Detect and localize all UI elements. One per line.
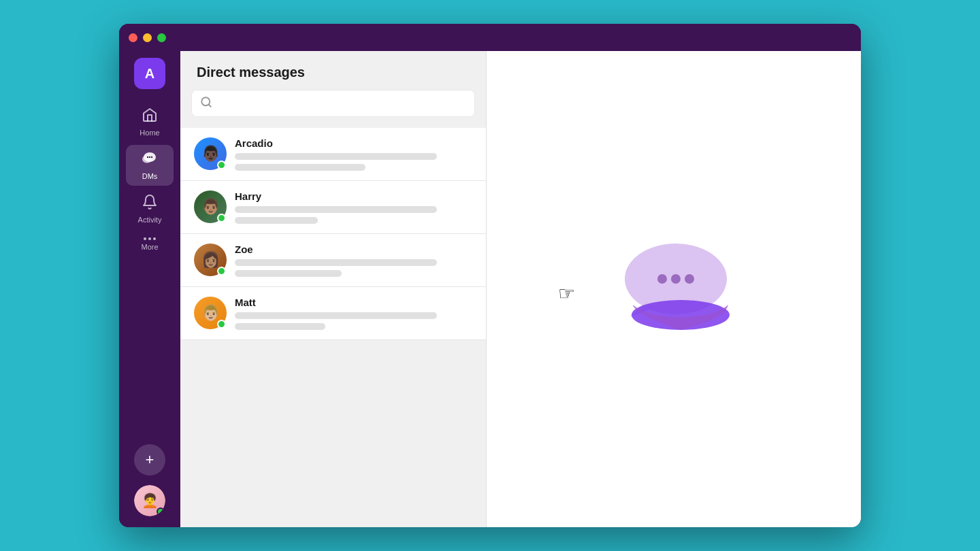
arcadio-preview-2 [235, 164, 365, 171]
dms-icon [142, 150, 158, 169]
harry-status-dot [217, 214, 226, 222]
matt-name: Matt [235, 297, 472, 308]
sidebar-item-dms[interactable]: DMs [126, 145, 174, 186]
sidebar-item-home-label: Home [140, 129, 159, 137]
svg-point-2 [147, 156, 148, 158]
main-content: Direct messages [180, 51, 861, 527]
svg-point-4 [151, 156, 152, 158]
search-input[interactable] [218, 98, 466, 110]
svg-point-9 [671, 274, 681, 284]
svg-point-8 [657, 274, 667, 284]
sidebar-item-home[interactable]: Home [126, 101, 174, 142]
harry-preview-2 [235, 217, 318, 224]
bell-icon [142, 194, 158, 213]
dm-panel: Direct messages [180, 51, 487, 527]
close-button[interactable] [129, 33, 137, 42]
current-user-avatar[interactable]: 🧑‍🦱 [134, 485, 165, 516]
home-icon [142, 107, 158, 126]
sidebar-item-more[interactable]: More [126, 232, 174, 256]
dm-item-arcadio[interactable]: 👨🏿 Arcadio [180, 128, 486, 181]
arcadio-name: Arcadio [235, 137, 472, 149]
sidebar-item-activity[interactable]: Activity [126, 188, 174, 229]
more-icon [144, 237, 156, 240]
zoe-preview-1 [235, 259, 437, 266]
minimize-button[interactable] [143, 33, 152, 42]
svg-point-3 [149, 156, 150, 158]
search-icon [200, 96, 212, 111]
zoe-status-dot [217, 267, 226, 276]
matt-preview-2 [235, 323, 325, 330]
dm-panel-title: Direct messages [180, 51, 486, 90]
sidebar-item-more-label: More [141, 243, 158, 251]
dm-item-matt[interactable]: 👨🏼 Matt [180, 287, 486, 340]
sidebar: A Home [119, 51, 180, 527]
arcadio-preview-1 [235, 153, 437, 160]
harry-avatar: 👨🏽 [194, 190, 227, 223]
matt-status-dot [217, 320, 226, 329]
dm-list: 👨🏿 Arcadio [180, 128, 486, 527]
zoe-preview-2 [235, 270, 342, 277]
matt-avatar: 👨🏼 [194, 297, 227, 329]
user-status-dot [157, 507, 165, 516]
svg-line-6 [208, 104, 210, 106]
user-avatar-button[interactable]: A [134, 58, 165, 89]
app-body: A Home [119, 51, 861, 527]
harry-name: Harry [235, 190, 472, 202]
zoe-avatar: 👩🏽 [194, 244, 227, 276]
empty-chat-panel: ☞ [487, 51, 861, 527]
dm-item-zoe[interactable]: 👩🏽 Zoe [180, 234, 486, 287]
sidebar-item-dms-label: DMs [142, 172, 158, 180]
add-button[interactable]: + [134, 444, 165, 475]
dm-item-harry[interactable]: 👨🏽 Harry [180, 181, 486, 234]
arcadio-avatar: 👨🏿 [194, 137, 227, 170]
sidebar-item-activity-label: Activity [138, 216, 162, 224]
arcadio-status-dot [217, 161, 226, 169]
plus-icon: + [146, 452, 154, 467]
app-window: A Home [119, 24, 861, 527]
maximize-button[interactable] [157, 33, 166, 42]
harry-preview-1 [235, 206, 437, 213]
zoe-name: Zoe [235, 244, 472, 255]
svg-point-10 [685, 274, 694, 284]
chat-illustration [616, 237, 732, 342]
chat-bubble-svg [616, 237, 732, 342]
title-bar [119, 24, 861, 51]
search-bar[interactable] [191, 90, 475, 117]
cursor-icon: ☞ [558, 282, 575, 305]
matt-preview-1 [235, 312, 437, 319]
svg-point-1 [142, 156, 152, 163]
